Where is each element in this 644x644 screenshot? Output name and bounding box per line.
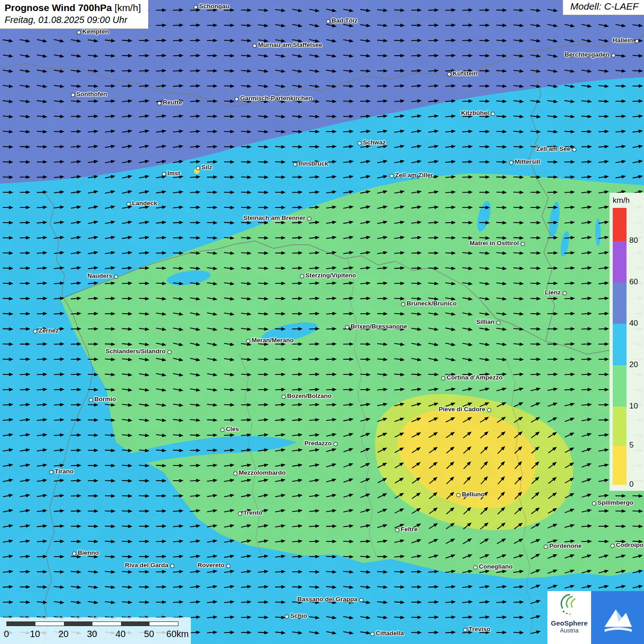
scalebar-segment (35, 622, 64, 626)
geosphere-logo-name: GeoSphere (547, 620, 591, 627)
geosphere-logo-country: Austria (547, 627, 591, 634)
scalebar-segment (64, 622, 92, 626)
title-box: Prognose Wind 700hPa [km/h] Freitag, 01.… (0, 0, 149, 29)
map-title-line: Prognose Wind 700hPa [km/h] (5, 2, 141, 13)
wind-forecast-map: SchongauBad TölzKemptenMurnau am Staffel… (0, 0, 644, 644)
legend-tick-label: 5 (629, 441, 633, 450)
legend-color-segment (613, 208, 627, 241)
legend-color-segment (613, 446, 627, 485)
model-box: Modell: C-LAEF (563, 0, 644, 15)
legend-panel: km/h 806040201050 (610, 193, 644, 491)
geosphere-swirl-icon (556, 591, 583, 618)
mountain-icon (597, 597, 638, 638)
legend-tick-label: 40 (629, 319, 638, 328)
partner-logo (591, 591, 644, 644)
legend-tick-label: 80 (629, 236, 638, 245)
scalebar-tick-label: 60km (167, 629, 189, 639)
model-label: Modell: C-LAEF (570, 1, 638, 12)
geosphere-logo: GeoSphere Austria (547, 591, 591, 644)
scalebar-tick-label: 10 (30, 629, 40, 639)
map-title: Prognose Wind 700hPa (5, 2, 112, 13)
scalebar-tick-label: 20 (58, 629, 69, 639)
legend-colorbar (613, 208, 627, 485)
map-subtitle: Freitag, 01.08.2025 09:00 Uhr (5, 15, 141, 25)
legend-color-segment (613, 407, 627, 446)
scalebar: 0102030405060km (0, 617, 191, 644)
scalebar-bar (6, 621, 178, 626)
legend-tick-label: 10 (629, 402, 638, 411)
legend-tick-label: 60 (629, 277, 638, 287)
legend-tick-label: 0 (629, 480, 633, 489)
map-canvas (0, 0, 644, 644)
legend-tick-label: 20 (629, 360, 638, 369)
legend-color-segment (613, 365, 627, 407)
terrain-shading (0, 0, 644, 644)
scalebar-segment (121, 622, 150, 626)
scalebar-tick-label: 50 (144, 629, 154, 639)
legend-color-segment (613, 324, 627, 365)
map-title-unit: [km/h] (115, 2, 141, 13)
scalebar-ticks: 0102030405060km (0, 627, 191, 642)
scalebar-tick-label: 40 (115, 629, 126, 639)
scalebar-tick-label: 30 (87, 629, 97, 639)
scalebar-tick-label: 0 (4, 629, 9, 639)
legend-color-segment (613, 241, 627, 282)
scalebar-segment (92, 622, 121, 626)
scalebar-segment (150, 622, 178, 626)
legend-labels: 806040201050 (629, 208, 643, 485)
scalebar-segment (7, 622, 35, 626)
legend-unit-label: km/h (610, 193, 644, 205)
legend-color-segment (613, 282, 627, 324)
